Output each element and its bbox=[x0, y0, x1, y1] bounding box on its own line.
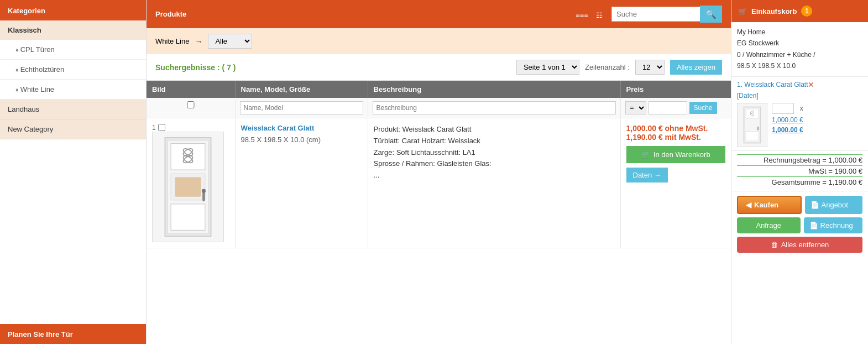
filter-label: White Line bbox=[155, 37, 189, 45]
cart-totals: Rechnungsbetrag = 1,000.00 € MwSt = 190.… bbox=[731, 151, 868, 191]
product-size: 98.5 X 198.5 X 10.0 (cm) bbox=[241, 135, 362, 144]
select-all-checkbox[interactable] bbox=[151, 101, 231, 108]
results-count: Suchergebnisse : ( 7 ) bbox=[155, 63, 236, 72]
sidebar-item-landhaus[interactable]: Landhaus bbox=[0, 100, 146, 119]
cart-eg-stockwerk: EG Stockwerk bbox=[737, 38, 862, 49]
add-to-cart-btn[interactable]: 🛒 In den Warenkorb bbox=[626, 146, 726, 163]
daten-btn[interactable]: Daten → bbox=[626, 168, 668, 183]
price-with-vat: 1,190.00 € mit MwSt. bbox=[626, 133, 726, 142]
results-bar: Suchergebnisse : ( 7 ) Seite 1 von 1 Zei… bbox=[147, 54, 731, 81]
svg-rect-8 bbox=[175, 177, 201, 197]
col-beschreibung: Beschreibung bbox=[368, 81, 620, 98]
cart-my-home: My Home bbox=[737, 27, 862, 38]
search-btn[interactable]: 🔍 bbox=[700, 6, 722, 23]
cart-rechnungsbetrag: Rechnungsbetrag = 1,000.00 € bbox=[737, 154, 862, 165]
view-toggle: ≡≡≡ ☷ bbox=[573, 7, 605, 22]
sidebar-item-cpl[interactable]: CPL Türen bbox=[0, 40, 146, 60]
trash-icon: 🗑 bbox=[771, 241, 778, 249]
door-illustration bbox=[158, 134, 218, 239]
page-select[interactable]: Seite 1 von 1 bbox=[516, 60, 579, 75]
kaufen-icon: ◀ bbox=[746, 201, 751, 209]
filter-row: = Suche bbox=[147, 98, 731, 118]
angebot-btn[interactable]: 📄 Angebot bbox=[805, 196, 863, 214]
cart-qty-input[interactable]: 1 bbox=[772, 103, 794, 114]
main-content: Produkte ≡≡≡ ☷ 🔍 White Line → Alle Suche bbox=[147, 0, 731, 344]
sidebar-title: Kategorien bbox=[8, 7, 45, 15]
cart-header: 🛒 Einkaufskorb 1 bbox=[731, 0, 868, 22]
rows-label: Zeilenanzahl : bbox=[585, 63, 630, 71]
rows-select[interactable]: 12 bbox=[635, 60, 665, 75]
price-op-select[interactable]: = bbox=[625, 101, 646, 114]
cart-door-thumbnail bbox=[740, 106, 765, 144]
cart-item-data-link[interactable]: [Daten] bbox=[737, 92, 759, 100]
grid-view-btn[interactable]: ☷ bbox=[594, 7, 605, 22]
price-no-vat: 1,000.00 € ohne MwSt. bbox=[626, 124, 726, 133]
angebot-icon: 📄 bbox=[811, 201, 819, 209]
svg-rect-9 bbox=[171, 204, 205, 231]
cart-info: My Home EG Stockwerk 0 / Wohnzimmer + Kü… bbox=[731, 22, 868, 77]
cart-buttons: ◀ Kaufen 📄 Angebot Anfrage 📄 Rechnung 🗑 … bbox=[731, 191, 868, 257]
rechnung-btn[interactable]: 📄 Rechnung bbox=[804, 217, 863, 233]
sidebar-header: Kategorien bbox=[0, 0, 146, 20]
table-header-row: Bild Name, Model, Größe Beschreibung Pre… bbox=[147, 81, 731, 98]
cart-mwst: MwSt = 190.00 € bbox=[737, 165, 862, 176]
page-title: Produkte bbox=[155, 10, 186, 18]
search-input[interactable] bbox=[611, 7, 700, 22]
svg-point-11 bbox=[202, 189, 206, 193]
col-name: Name, Model, Größe bbox=[235, 81, 368, 98]
cart-price-line: 1,000.00 € bbox=[772, 116, 803, 124]
cart-btn-row-2: Anfrage 📄 Rechnung bbox=[737, 217, 862, 233]
col-preis: Preis bbox=[620, 81, 731, 98]
cart-title: Einkaufskorb bbox=[751, 7, 797, 15]
kaufen-btn[interactable]: ◀ Kaufen bbox=[737, 196, 802, 214]
filter-select[interactable]: Alle bbox=[208, 34, 252, 49]
cart-remove-btn[interactable]: ✕ bbox=[808, 80, 814, 89]
price-search-btn[interactable]: Suche bbox=[689, 102, 717, 114]
sidebar: Kategorien Klassisch CPL Türen Echtholzt… bbox=[0, 0, 147, 344]
search-bar: 🔍 bbox=[611, 6, 722, 23]
sidebar-item-echtholz[interactable]: Echtholztüren bbox=[0, 60, 146, 80]
filter-bar: White Line → Alle bbox=[147, 28, 731, 54]
cart-gesamtsumme: Gesamtsumme = 1,190.00 € bbox=[737, 176, 862, 187]
sidebar-footer[interactable]: Planen Sie Ihre Tür bbox=[0, 324, 146, 344]
cart-icon: 🛒 bbox=[641, 150, 650, 159]
svg-rect-17 bbox=[746, 131, 759, 141]
cart-sidebar: 🛒 Einkaufskorb 1 My Home EG Stockwerk 0 … bbox=[731, 0, 868, 344]
main-header: Produkte ≡≡≡ ☷ 🔍 bbox=[147, 0, 731, 28]
cart-total-line: 1,000.00 € bbox=[772, 126, 803, 134]
cart-dimensions: 98.5 X 198.5 X 10.0 bbox=[737, 60, 862, 71]
product-table: Bild Name, Model, Größe Beschreibung Pre… bbox=[147, 81, 731, 248]
pagination-controls: Seite 1 von 1 Zeilenanzahl : 12 Alles ze… bbox=[516, 60, 722, 75]
list-view-btn[interactable]: ≡≡≡ bbox=[573, 7, 590, 22]
cart-item: 1. Weisslack Carat Glatt ✕ [Daten] bbox=[731, 77, 868, 151]
cart-item-link[interactable]: 1. Weisslack Carat Glatt bbox=[737, 81, 808, 88]
table-row: 1 bbox=[147, 118, 731, 248]
price-filter-input[interactable] bbox=[649, 101, 687, 114]
anfrage-btn[interactable]: Anfrage bbox=[737, 217, 801, 233]
filter-desc-input[interactable] bbox=[373, 101, 616, 114]
cart-x-label: x bbox=[800, 105, 803, 112]
product-description: Produkt: Weisslack Carat Glatt Türblatt:… bbox=[374, 124, 615, 181]
product-image bbox=[152, 132, 224, 242]
show-all-btn[interactable]: Alles zeigen bbox=[670, 60, 722, 75]
cart-path: 0 / Wohnzimmer + Küche / bbox=[737, 49, 862, 60]
sidebar-item-whiteline[interactable]: White Line bbox=[0, 80, 146, 100]
cart-qty-price: 1 x 1,000.00 € 1,000.00 € bbox=[772, 103, 803, 147]
sidebar-klassisch-label[interactable]: Klassisch bbox=[0, 20, 146, 40]
rechnung-icon: 📄 bbox=[809, 221, 818, 230]
product-num: 1 bbox=[152, 124, 156, 132]
alles-entfernen-btn[interactable]: 🗑 Alles entfernen bbox=[737, 237, 862, 253]
cart-badge: 1 bbox=[801, 6, 812, 17]
svg-rect-18 bbox=[757, 126, 759, 130]
product-checkbox[interactable] bbox=[158, 124, 165, 131]
filter-arrow: → bbox=[195, 37, 202, 46]
cart-thumbnail bbox=[737, 103, 767, 147]
col-bild: Bild bbox=[147, 81, 235, 98]
cart-icon-header: 🛒 bbox=[738, 7, 747, 15]
sidebar-item-newcategory[interactable]: New Category bbox=[0, 119, 146, 139]
cart-btn-row-1: ◀ Kaufen 📄 Angebot bbox=[737, 196, 862, 214]
filter-name-input[interactable] bbox=[240, 101, 363, 114]
product-name-link[interactable]: Weisslack Carat Glatt bbox=[241, 124, 315, 132]
